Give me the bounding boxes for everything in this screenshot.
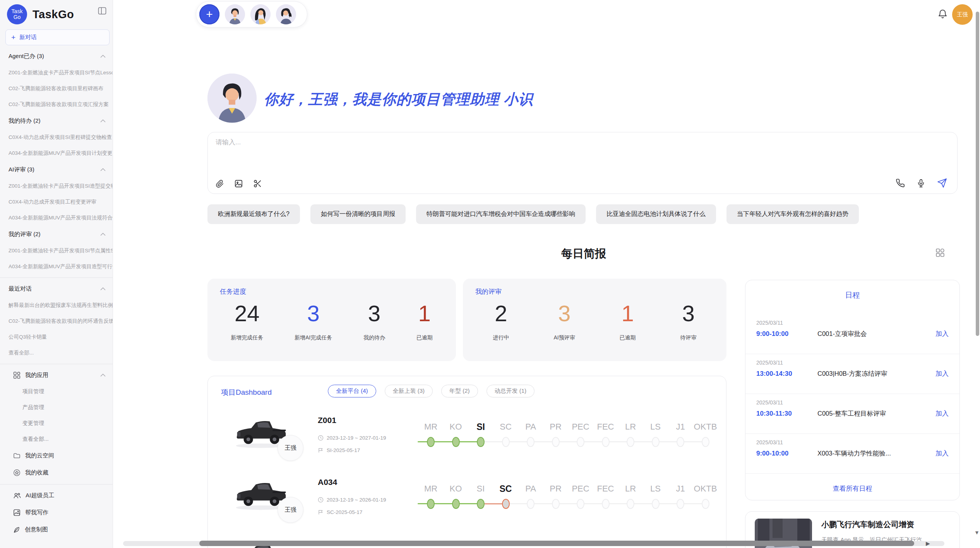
schedule-item: 2025/03/119:00-10:00X003-车辆动力学性能验...加入: [745, 434, 959, 474]
microphone-icon[interactable]: [917, 178, 925, 188]
app-title: TaskGo: [33, 8, 74, 21]
schedule-time: 9:00-10:00: [756, 450, 817, 457]
recent-chat-item[interactable]: 查看全部...: [0, 345, 113, 361]
member-avatar[interactable]: [225, 4, 245, 24]
suggestion-chip[interactable]: 当下年轻人对汽车外观有怎样的喜好趋势: [726, 204, 859, 224]
scroll-down-arrow-icon[interactable]: ▼: [974, 529, 980, 536]
milestone-dot: [552, 437, 560, 447]
schedule-date: 2025/03/11: [756, 399, 949, 406]
send-icon[interactable]: [937, 178, 947, 188]
sidebar-item[interactable]: C02-飞腾新能源轻客改款项目立项汇报方案: [0, 96, 113, 112]
add-member-button[interactable]: +: [199, 4, 219, 24]
sidebar-tool-item[interactable]: AI超级员工: [0, 487, 113, 504]
sidebar-apps: 我的应用项目管理产品管理变更管理查看全部...我的云空间我的收藏: [0, 366, 113, 481]
stat-label: 已逾期: [416, 334, 433, 341]
sidebar-group-header[interactable]: 我的评审 (2): [0, 226, 113, 243]
schedule-item: 2025/03/119:00-10:00C001-立项审批会加入: [745, 314, 959, 354]
milestone-label: PEC: [568, 484, 593, 494]
suggestion-chip[interactable]: 比亚迪全固态电池计划具体说了什么: [596, 204, 716, 224]
sidebar-item[interactable]: Z001-全新燃油轻卡产品开发项目SI造型提交物评审: [0, 178, 113, 194]
chat-input[interactable]: [216, 139, 564, 146]
sidebar-group-header[interactable]: Agent已办 (3): [0, 48, 113, 65]
briefing-layout-icon[interactable]: [935, 248, 945, 258]
app-sub-item[interactable]: 变更管理: [0, 415, 113, 431]
suggestion-chip[interactable]: 欧洲新规最近颁布了什么?: [207, 204, 300, 224]
milestone-label: PR: [543, 422, 569, 432]
sidebar-item[interactable]: A034-全新新能源MUV产品开发项目造型可行性评审: [0, 259, 113, 274]
recent-chat-item[interactable]: C02-飞腾新能源轻客改款项目的闭环通告反馈情况: [0, 313, 113, 329]
milestone-track: MRKOSISCPAPRPECFECLRLSJ1OKTB: [423, 484, 726, 513]
dashboard-tab[interactable]: 年型 (2): [441, 385, 478, 397]
sidebar-collapse-icon[interactable]: [98, 7, 106, 15]
join-link[interactable]: 加入: [935, 369, 949, 378]
project-dates-text: 2023-12-19 ~ 2026-01-19: [327, 497, 386, 503]
app-sub-item[interactable]: 查看全部...: [0, 431, 113, 447]
user-avatar[interactable]: 王强: [952, 4, 973, 25]
image-upload-icon[interactable]: [234, 179, 243, 188]
sidebar-tool-item[interactable]: 创意制图: [0, 521, 113, 538]
milestone-dot: [677, 437, 684, 447]
stat-label: 新增AI完成任务: [295, 334, 332, 341]
stat-value: 24: [235, 301, 260, 326]
app-sub-item[interactable]: 项目管理: [0, 384, 113, 399]
vertical-scrollbar-thumb[interactable]: [976, 12, 979, 336]
milestone-label: LR: [618, 484, 643, 494]
milestone-label: OKTB: [693, 422, 718, 432]
milestone-dot: [527, 499, 535, 509]
sidebar-recent-header[interactable]: 最近对话: [0, 280, 113, 297]
join-link[interactable]: 加入: [935, 329, 949, 338]
schedule-date: 2025/03/11: [756, 439, 949, 445]
my-apps-label: 我的应用: [25, 372, 48, 379]
sidebar-group-header[interactable]: 我的待办 (2): [0, 112, 113, 129]
project-dates-text: 2023-12-19 ~ 2027-01-19: [327, 435, 386, 441]
recent-chat-item[interactable]: 公司Q3轻卡销量: [0, 329, 113, 345]
new-chat-button[interactable]: + 新对话: [5, 29, 110, 45]
recent-chat-item[interactable]: 解释最新出台的欧盟报废车法规再生塑料比例被调至15%...: [0, 297, 113, 313]
sidebar-group-header[interactable]: AI评审 (3): [0, 161, 113, 178]
milestone-track: MRKOSISCPAPRPECFECLRLSJ1OKTB: [423, 422, 726, 451]
sidebar-group-title: Agent已办 (3): [9, 53, 44, 60]
milestone-label: KO: [443, 422, 469, 432]
scissors-icon[interactable]: [253, 179, 262, 188]
sidebar-item-0[interactable]: 我的云空间: [0, 447, 113, 464]
sidebar-item[interactable]: C0X4-动力总成开发项目SI里程碑提交物检查: [0, 129, 113, 145]
sidebar-item-1[interactable]: 我的收藏: [0, 464, 113, 481]
app-sub-item[interactable]: 产品管理: [0, 399, 113, 415]
sidebar-item-my-apps[interactable]: 我的应用: [0, 366, 113, 384]
attachment-icon[interactable]: [216, 179, 224, 188]
schedule-time: 10:30-11:30: [756, 410, 817, 418]
folder-icon: [13, 452, 21, 459]
suggestion-chip[interactable]: 如何写一份清晰的项目周报: [310, 204, 406, 224]
dashboard-tab[interactable]: 动总开发 (1): [487, 385, 535, 397]
sidebar-item[interactable]: Z001-全新燃油轻卡产品开发项目SI节点属性5D文件评审: [0, 243, 113, 259]
sidebar-item[interactable]: C0X4-动力总成开发项目工程变更评审: [0, 194, 113, 210]
composer-right-icons: [896, 178, 947, 188]
sidebar-tool-item[interactable]: 帮我写作: [0, 504, 113, 521]
schedule-list: 2025/03/119:00-10:00C001-立项审批会加入2025/03/…: [745, 314, 959, 474]
join-link[interactable]: 加入: [935, 409, 949, 418]
task-progress-card: 任务进度 24新增完成任务3新增AI完成任务3我的待办1已逾期: [207, 279, 456, 361]
sidebar-item[interactable]: A034-全新新能源MUV产品开发项目计划变更表编写: [0, 145, 113, 161]
join-link[interactable]: 加入: [935, 449, 949, 458]
sidebar-item[interactable]: C02-飞腾新能源轻客改款项目里程碑画布: [0, 80, 113, 96]
phone-call-icon[interactable]: [896, 178, 905, 188]
scroll-right-arrow-icon[interactable]: ▶: [926, 540, 930, 546]
sidebar-item[interactable]: Z001-全新燃油皮卡产品开发项目SI节点Lesson Learn报告: [0, 65, 113, 80]
member-avatar[interactable]: [276, 4, 296, 24]
notification-bell-icon[interactable]: [937, 9, 948, 19]
feather-icon: [13, 526, 20, 533]
dashboard-tab[interactable]: 全新上装 (3): [385, 385, 433, 397]
milestone-dot: [502, 437, 510, 447]
dashboard-title: 项目Dashboard: [221, 387, 272, 397]
horizontal-scrollbar-thumb[interactable]: [199, 541, 914, 546]
milestone-dot: [602, 437, 610, 447]
stats-row: 2进行中3AI预评审1已逾期3待评审: [471, 301, 719, 361]
suggestion-chip[interactable]: 特朗普可能对进口汽车增税会对中国车企造成哪些影响: [416, 204, 586, 224]
view-all-schedule-link[interactable]: 查看所有日程: [745, 484, 959, 493]
flag-icon: [318, 509, 324, 515]
member-avatar[interactable]: [250, 4, 271, 24]
milestone-label: MR: [418, 484, 444, 494]
plus-icon: +: [11, 33, 15, 42]
dashboard-tab[interactable]: 全新平台 (4): [328, 385, 376, 397]
sidebar-item[interactable]: A034-全新新能源MUV产品开发项目法规符合性评审: [0, 210, 113, 226]
